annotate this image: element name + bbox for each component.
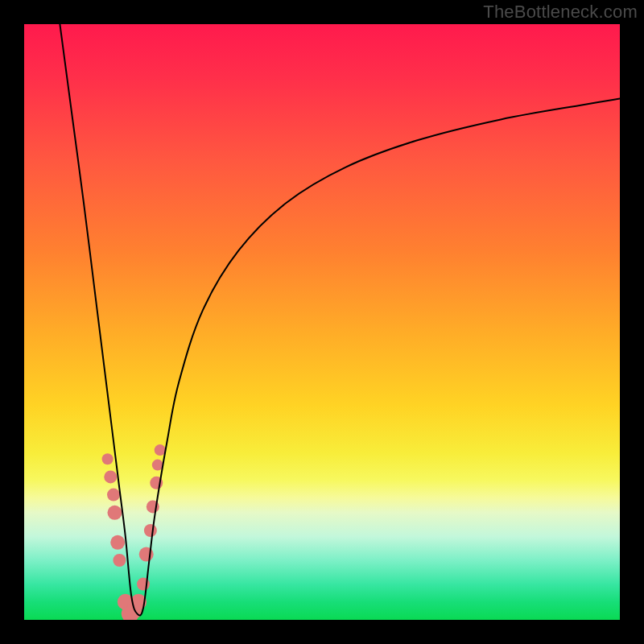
curve-marker — [110, 535, 125, 550]
watermark-label: TheBottleneck.com — [483, 2, 638, 23]
curve-marker — [107, 489, 120, 502]
curve-marker — [113, 554, 126, 567]
bottleneck-curve-svg — [24, 24, 620, 620]
curve-marker — [102, 453, 114, 464]
curve-marker — [107, 506, 122, 520]
curve-path — [60, 24, 620, 616]
curve-marker — [144, 524, 157, 537]
marker-layer — [102, 444, 166, 620]
curve-marker — [104, 470, 117, 483]
curve-marker — [155, 444, 166, 456]
chart-frame — [24, 24, 620, 620]
